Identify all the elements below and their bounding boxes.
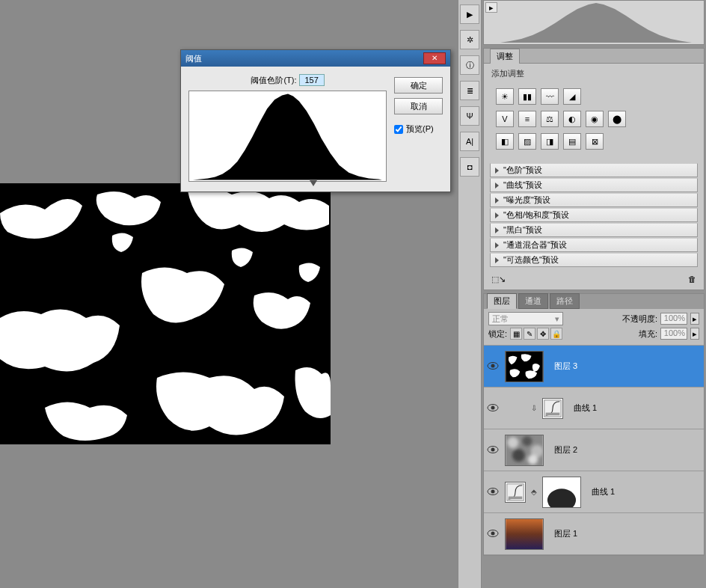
threshold-slider[interactable] — [188, 182, 387, 189]
lock-transparent-icon[interactable]: ▦ — [510, 328, 522, 340]
slider-thumb-icon[interactable] — [310, 180, 317, 186]
curves-icon[interactable]: 〰 — [541, 88, 559, 105]
preset-item[interactable]: "曝光度"预设 — [490, 193, 698, 207]
layer-row[interactable]: ⇩曲线 1 — [484, 388, 704, 429]
adjustment-thumb[interactable] — [505, 482, 526, 503]
opacity-arrow-icon[interactable]: ▸ — [690, 313, 699, 325]
tab-layers[interactable]: 图层 — [487, 293, 517, 309]
lock-position-icon[interactable]: ✥ — [537, 328, 549, 340]
preset-label: "色阶"预设 — [503, 165, 542, 176]
levels-icon[interactable]: ▮▮ — [518, 88, 536, 105]
layer-name[interactable]: 图层 1 — [554, 528, 577, 539]
lock-pixels-icon[interactable]: ✎ — [524, 328, 535, 340]
expand-icon — [495, 212, 499, 218]
brightness-contrast-icon[interactable]: ☀ — [496, 88, 514, 105]
preset-label: "曲线"预设 — [503, 180, 542, 191]
layer-row[interactable]: 图层 1 — [484, 513, 704, 555]
layer-thumb[interactable] — [505, 518, 544, 550]
adjustments-tab-bar: 调整 — [484, 49, 704, 64]
dialog-titlebar[interactable]: 阈值 ✕ — [181, 50, 450, 67]
play-icon[interactable]: ▶ — [460, 4, 479, 24]
preview-checkbox[interactable] — [394, 125, 403, 134]
visibility-icon[interactable] — [487, 361, 499, 370]
fill-input[interactable]: 100% — [660, 328, 687, 340]
adjustments-panel: 调整 添加调整 ☀ ▮▮ 〰 ◢ V ≡ ⚖ ◐ ◉ ⬤ ◧ ▨ ◨ ▤ — [483, 48, 705, 290]
invert-icon[interactable]: ◧ — [496, 133, 514, 150]
svg-rect-19 — [509, 496, 523, 499]
tab-paths[interactable]: 路径 — [550, 293, 580, 309]
blend-mode-select[interactable]: 正常▾ — [488, 312, 563, 325]
visibility-icon[interactable] — [487, 403, 499, 412]
adjustment-thumb[interactable] — [542, 398, 563, 419]
collapsed-panel-dock: ▶ ✲ ⓘ ≣ Ψ A| ◘ — [458, 0, 482, 588]
visibility-icon[interactable] — [487, 529, 499, 538]
text-icon[interactable]: A| — [460, 132, 479, 151]
preset-item[interactable]: "黑白"预设 — [490, 223, 698, 237]
layer-row[interactable]: ⬘曲线 1 — [484, 471, 704, 513]
mask-thumb[interactable] — [542, 477, 581, 508]
clip-icon[interactable]: ⬚↘ — [491, 275, 506, 288]
cancel-button[interactable]: 取消 — [394, 98, 443, 114]
layer-row[interactable]: 图层 3 — [484, 346, 704, 388]
photo-filter-icon[interactable]: ◉ — [586, 111, 604, 127]
preset-item[interactable]: "可选颜色"预设 — [490, 253, 698, 267]
layers-tabs: 图层 通道 路径 — [484, 294, 704, 309]
preset-item[interactable]: "色相/饱和度"预设 — [490, 208, 698, 222]
svg-point-15 — [528, 454, 538, 464]
layer-name[interactable]: 图层 2 — [554, 444, 577, 456]
exposure-icon[interactable]: ◢ — [563, 88, 581, 105]
color-balance-icon[interactable]: ⚖ — [541, 111, 559, 127]
layer-name[interactable]: 图层 3 — [554, 361, 577, 372]
expand-icon — [495, 257, 499, 263]
hue-saturation-icon[interactable]: ≡ — [518, 111, 536, 127]
link-icon: ⬘ — [530, 488, 538, 496]
preset-item[interactable]: "曲线"预设 — [490, 178, 698, 192]
black-white-icon[interactable]: ◐ — [563, 111, 581, 127]
layers-panel: 图层 通道 路径 正常▾ 不透明度: 100% ▸ 锁定: ▦ ✎ ✥ 🔒 — [483, 293, 705, 556]
preset-item[interactable]: "色阶"预设 — [490, 163, 698, 177]
layer-name[interactable]: 曲线 1 — [592, 486, 615, 497]
tab-channels[interactable]: 通道 — [518, 293, 548, 309]
expand-icon — [495, 197, 499, 203]
svg-point-17 — [491, 489, 495, 493]
visibility-icon[interactable] — [487, 487, 499, 496]
preview-label: 预览(P) — [406, 123, 434, 135]
layer-name[interactable]: 曲线 1 — [574, 402, 597, 414]
trash-icon[interactable]: 🗑 — [688, 275, 696, 288]
gradient-map-icon[interactable]: ▤ — [563, 133, 581, 150]
expand-icon — [495, 168, 499, 174]
channel-mixer-icon[interactable]: ⬤ — [608, 111, 626, 127]
chain-icon: ⇩ — [530, 404, 538, 412]
wheel-icon[interactable]: ✲ — [460, 30, 479, 49]
panel-menu-icon[interactable]: ▸ — [485, 2, 497, 13]
posterize-icon[interactable]: ▨ — [518, 133, 536, 150]
lock-label: 锁定: — [488, 328, 507, 340]
camera-icon[interactable]: ◘ — [460, 157, 479, 177]
document-canvas[interactable] — [0, 183, 331, 444]
ok-button[interactable]: 确定 — [394, 77, 443, 94]
svg-point-11 — [507, 436, 518, 447]
svg-point-9 — [491, 447, 495, 451]
histogram-panel: ▸ — [483, 0, 705, 45]
svg-point-2 — [491, 364, 495, 367]
opacity-input[interactable]: 100% — [660, 313, 687, 325]
fork-icon[interactable]: Ψ — [460, 106, 479, 126]
adjustments-tab[interactable]: 调整 — [490, 49, 520, 64]
visibility-icon[interactable] — [487, 445, 499, 454]
layer-thumb[interactable] — [505, 351, 544, 382]
svg-point-14 — [512, 449, 525, 462]
preset-label: "曝光度"预设 — [503, 195, 550, 206]
expand-icon — [495, 183, 499, 189]
preset-item[interactable]: "通道混合器"预设 — [490, 238, 698, 252]
threshold-value-input[interactable]: 157 — [299, 74, 325, 86]
ruler-icon[interactable]: ≣ — [460, 81, 479, 100]
fill-arrow-icon[interactable]: ▸ — [690, 328, 699, 340]
lock-all-icon[interactable]: 🔒 — [550, 328, 562, 340]
threshold-icon[interactable]: ◨ — [541, 133, 559, 150]
layer-row[interactable]: 图层 2 — [484, 429, 704, 471]
info-icon[interactable]: ⓘ — [460, 55, 479, 75]
vibrance-icon[interactable]: V — [496, 111, 514, 127]
selective-color-icon[interactable]: ⊠ — [586, 133, 604, 150]
close-icon[interactable]: ✕ — [423, 52, 446, 64]
layer-thumb[interactable] — [505, 435, 544, 466]
